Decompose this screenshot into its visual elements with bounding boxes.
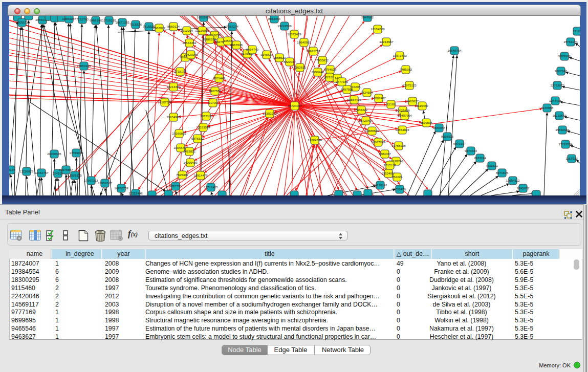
svg-text:10973493: 10973493 <box>393 54 407 57</box>
svg-text:9245652: 9245652 <box>517 186 530 190</box>
svg-text:15751074: 15751074 <box>563 40 578 43</box>
svg-text:19654985: 19654985 <box>166 115 181 119</box>
svg-text:7955812: 7955812 <box>316 58 329 62</box>
svg-text:21700: 21700 <box>208 101 217 104</box>
svg-text:7632621: 7632621 <box>486 164 498 167</box>
svg-text:252224: 252224 <box>392 175 403 179</box>
svg-text:2718179: 2718179 <box>174 70 187 73</box>
svg-text:11124: 11124 <box>573 29 580 33</box>
svg-text:18107559: 18107559 <box>158 100 172 104</box>
svg-text:19300273: 19300273 <box>263 112 277 115</box>
svg-text:2047682: 2047682 <box>361 16 374 19</box>
svg-text:10543362: 10543362 <box>182 41 197 45</box>
svg-text:7357274: 7357274 <box>226 25 239 28</box>
svg-text:23420046: 23420046 <box>184 53 198 56</box>
svg-text:19384554: 19384554 <box>308 138 322 142</box>
svg-text:2967608: 2967608 <box>230 43 243 47</box>
svg-text:9474444: 9474444 <box>465 149 477 152</box>
svg-text:16782759: 16782759 <box>114 186 128 190</box>
svg-text:9777169: 9777169 <box>336 80 349 83</box>
svg-text:9115460: 9115460 <box>416 104 428 107</box>
svg-text:17359934: 17359934 <box>69 151 83 155</box>
svg-text:1815132: 1815132 <box>384 163 397 167</box>
svg-text:13546: 13546 <box>223 39 232 42</box>
svg-text:12342757: 12342757 <box>34 171 49 174</box>
svg-text:15692991: 15692991 <box>555 128 570 132</box>
svg-text:8454749: 8454749 <box>246 48 259 51</box>
svg-text:7986322: 7986322 <box>355 108 368 112</box>
svg-text:13654923: 13654923 <box>395 128 409 132</box>
svg-text:7515526: 7515526 <box>129 23 142 26</box>
svg-text:1244415: 1244415 <box>549 99 562 102</box>
svg-text:3624554: 3624554 <box>361 91 374 94</box>
svg-text:13325419: 13325419 <box>287 32 301 36</box>
svg-text:10975867: 10975867 <box>59 168 73 171</box>
svg-text:3267130: 3267130 <box>200 114 213 118</box>
svg-text:16033809: 16033809 <box>197 16 211 19</box>
svg-text:13533594: 13533594 <box>196 125 210 129</box>
svg-text:1640957: 1640957 <box>433 126 446 129</box>
svg-text:10719185: 10719185 <box>102 18 116 22</box>
svg-text:9427552: 9427552 <box>209 89 222 93</box>
svg-text:1588520: 1588520 <box>273 56 286 59</box>
svg-text:16961758: 16961758 <box>306 49 320 53</box>
svg-text:62160: 62160 <box>386 102 396 106</box>
svg-text:13716485: 13716485 <box>204 185 218 189</box>
svg-text:12213967: 12213967 <box>379 40 394 43</box>
svg-text:2933114: 2933114 <box>474 156 486 160</box>
svg-text:1463627: 1463627 <box>406 99 419 103</box>
svg-text:7663822: 7663822 <box>153 26 166 30</box>
svg-text:16640910: 16640910 <box>297 40 311 44</box>
svg-text:12975125: 12975125 <box>402 83 417 87</box>
svg-text:8322037: 8322037 <box>284 60 296 63</box>
svg-text:3912954: 3912954 <box>181 29 193 32</box>
svg-text:1733426: 1733426 <box>394 187 406 191</box>
svg-text:8990448: 8990448 <box>312 70 324 74</box>
svg-text:16210643: 16210643 <box>552 114 567 117</box>
svg-text:19756928: 19756928 <box>391 144 406 147</box>
svg-text:10958107: 10958107 <box>98 181 112 185</box>
svg-text:17016504: 17016504 <box>558 142 573 146</box>
svg-text:16914479: 16914479 <box>193 173 208 177</box>
svg-text:9684067: 9684067 <box>379 152 391 156</box>
svg-text:15720407: 15720407 <box>359 119 373 122</box>
svg-text:18724007: 18724007 <box>288 104 302 107</box>
svg-text:8031449: 8031449 <box>213 76 226 80</box>
svg-text:9227342: 9227342 <box>555 69 568 73</box>
svg-text:8813054: 8813054 <box>268 17 281 20</box>
svg-text:20053346: 20053346 <box>77 64 91 68</box>
svg-text:17957253: 17957253 <box>84 179 98 182</box>
svg-text:1362635: 1362635 <box>294 65 307 69</box>
svg-text:19218506: 19218506 <box>277 24 292 28</box>
svg-text:9329966: 9329966 <box>558 54 571 58</box>
svg-text:3493822: 3493822 <box>183 149 196 153</box>
svg-text:1167533: 1167533 <box>565 157 578 160</box>
svg-text:1805572: 1805572 <box>16 20 29 24</box>
svg-text:10654112: 10654112 <box>506 179 520 182</box>
svg-text:14099489: 14099489 <box>183 161 198 164</box>
svg-text:11156829: 11156829 <box>20 169 34 173</box>
svg-text:8938923: 8938923 <box>441 135 454 138</box>
svg-text:9857791: 9857791 <box>169 184 182 188</box>
svg-text:6497508: 6497508 <box>341 87 354 91</box>
svg-text:6879197: 6879197 <box>453 142 466 145</box>
svg-text:8186328: 8186328 <box>204 37 216 41</box>
svg-text:7625402: 7625402 <box>176 173 189 177</box>
svg-text:10154808: 10154808 <box>371 27 385 31</box>
svg-text:18807249: 18807249 <box>371 140 385 144</box>
svg-text:14136141: 14136141 <box>373 183 387 187</box>
svg-text:5878332: 5878332 <box>191 137 204 140</box>
svg-text:13226058: 13226058 <box>195 29 209 32</box>
svg-text:19166825: 19166825 <box>172 132 186 135</box>
svg-text:16648764: 16648764 <box>447 49 462 52</box>
svg-text:20364436: 20364436 <box>347 98 361 101</box>
svg-text:10671355: 10671355 <box>115 20 129 24</box>
svg-text:8471676: 8471676 <box>496 171 509 174</box>
svg-text:9146821: 9146821 <box>260 53 273 56</box>
svg-text:12323446: 12323446 <box>128 191 143 195</box>
svg-text:10688609: 10688609 <box>365 129 379 133</box>
svg-text:6466160: 6466160 <box>90 18 102 22</box>
svg-text:12505135: 12505135 <box>68 173 82 177</box>
svg-text:10807487: 10807487 <box>372 96 386 100</box>
svg-text:10653287: 10653287 <box>62 17 76 20</box>
